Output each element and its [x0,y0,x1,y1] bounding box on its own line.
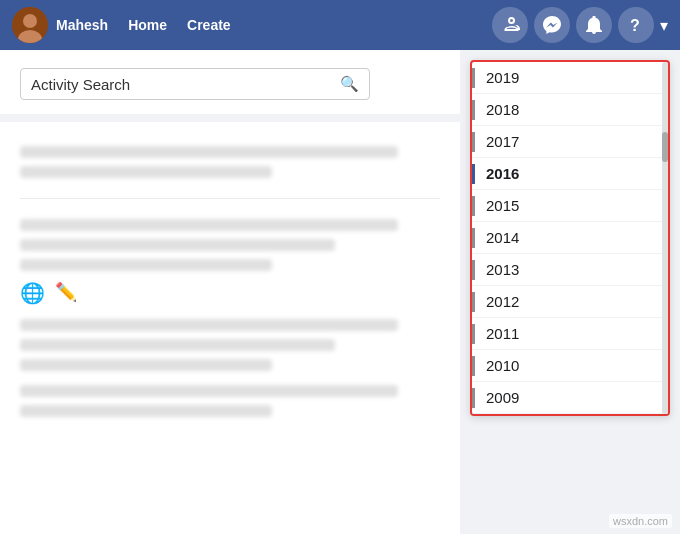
year-bar-2016 [472,164,475,184]
nav-home[interactable]: Home [128,13,167,37]
friends-icon [500,16,520,34]
year-bar-2018 [472,100,475,120]
year-bar-2019 [472,68,475,88]
nav-create[interactable]: Create [187,13,231,37]
year-item-2013[interactable]: 2013 [472,254,668,286]
bell-icon [586,16,602,34]
blurred-row-7 [20,339,335,351]
year-item-2019[interactable]: 2019 [472,62,668,94]
year-item-2018[interactable]: 2018 [472,94,668,126]
year-bar-2009 [472,388,475,408]
notifications-icon-btn[interactable] [576,7,612,43]
blurred-row-6 [20,319,398,331]
search-input[interactable] [31,76,340,93]
main-area: 🔍 🌐 ✏️ [0,50,680,534]
nav-username[interactable]: Mahesh [56,17,108,33]
nav-chevron-icon[interactable]: ▾ [660,16,668,35]
watermark: wsxdn.com [609,514,672,528]
friends-icon-btn[interactable] [492,7,528,43]
year-item-2011[interactable]: 2011 [472,318,668,350]
content-row: 🌐 ✏️ [20,198,440,425]
blurred-row-2 [20,166,272,178]
blurred-row-1 [20,146,398,158]
year-dropdown-inner: 2019 2018 2017 2016 2015 [472,62,668,414]
year-item-2015[interactable]: 2015 [472,190,668,222]
navbar: Mahesh Home Create ? ▾ [0,0,680,50]
year-bar-2010 [472,356,475,376]
blurred-content-body: 🌐 ✏️ [20,219,440,425]
edit-icon[interactable]: ✏️ [55,281,77,305]
left-panel: 🔍 🌐 ✏️ [0,50,460,534]
messenger-icon-btn[interactable] [534,7,570,43]
avatar[interactable] [12,7,48,43]
scrollbar-thumb[interactable] [662,132,668,162]
right-panel: 2019 2018 2017 2016 2015 [460,50,680,534]
blurred-row-10 [20,405,272,417]
year-bar-2011 [472,324,475,344]
search-icon[interactable]: 🔍 [340,75,359,93]
messenger-icon [543,16,561,34]
svg-text:?: ? [630,17,640,34]
help-icon: ? [628,16,644,34]
blurred-row-8 [20,359,272,371]
year-bar-2012 [472,292,475,312]
blurred-row-3 [20,219,398,231]
year-bar-2015 [472,196,475,216]
year-bar-2013 [472,260,475,280]
content-icons: 🌐 ✏️ [20,281,440,305]
year-dropdown: 2019 2018 2017 2016 2015 [470,60,670,416]
year-bar-2014 [472,228,475,248]
blurred-row-5 [20,259,272,271]
year-item-2014[interactable]: 2014 [472,222,668,254]
blurred-content-section [20,146,440,178]
globe-icon: 🌐 [20,281,45,305]
year-bar-2017 [472,132,475,152]
help-icon-btn[interactable]: ? [618,7,654,43]
year-item-2012[interactable]: 2012 [472,286,668,318]
search-bar: 🔍 [20,68,370,100]
year-item-2009[interactable]: 2009 [472,382,668,414]
blurred-row-4 [20,239,335,251]
year-item-2017[interactable]: 2017 [472,126,668,158]
scrollbar-track [662,62,668,414]
gray-divider [0,114,460,122]
blurred-row-9 [20,385,398,397]
svg-point-1 [23,14,37,28]
year-item-2016[interactable]: 2016 [472,158,668,190]
year-item-2010[interactable]: 2010 [472,350,668,382]
